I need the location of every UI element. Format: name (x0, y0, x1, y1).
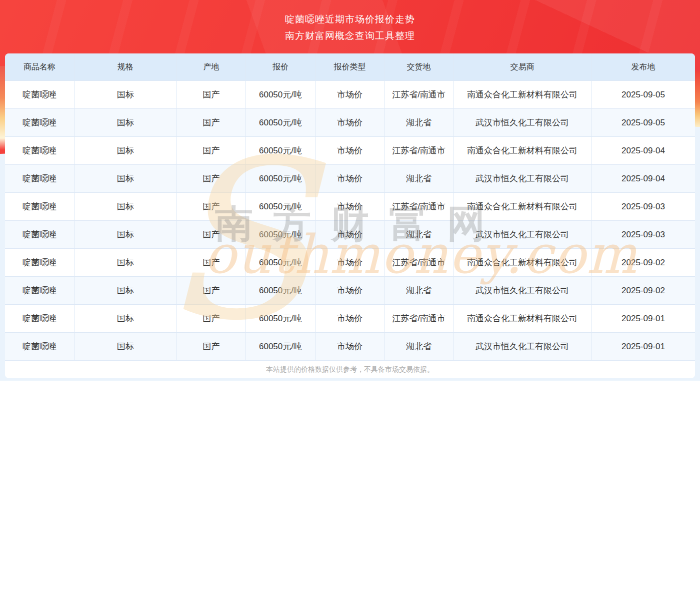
table-cell: 60050元/吨 (246, 277, 315, 304)
table-cell: 南通众合化工新材料有限公司 (453, 193, 591, 220)
table-cell: 2025-09-05 (591, 81, 695, 108)
table-cell: 江苏省/南通市 (384, 193, 453, 220)
table-cell: 市场价 (315, 81, 384, 108)
table-row: 啶菌噁唑国标国产60050元/吨市场价江苏省/南通市南通众合化工新材料有限公司2… (5, 136, 695, 164)
table-cell: 国产 (176, 305, 246, 332)
table-cell: 2025-09-03 (591, 193, 695, 220)
table-cell: 国产 (176, 249, 246, 276)
table-cell: 60050元/吨 (246, 137, 315, 164)
table-cell: 啶菌噁唑 (5, 193, 74, 220)
table-cell: 市场价 (315, 137, 384, 164)
table-cell: 啶菌噁唑 (5, 305, 74, 332)
table-cell: 市场价 (315, 333, 384, 360)
table-cell: 湖北省 (384, 221, 453, 248)
table-cell: 啶菌噁唑 (5, 221, 74, 248)
table-cell: 国产 (176, 137, 246, 164)
table-row: 啶菌噁唑国标国产60050元/吨市场价湖北省武汉市恒久化工有限公司2025-09… (5, 276, 695, 304)
table-cell: 国标 (74, 109, 176, 136)
table-cell: 国标 (74, 277, 176, 304)
page: { "header": { "title": "啶菌噁唑近期市场价报价走势", … (0, 0, 700, 602)
table-cell: 湖北省 (384, 277, 453, 304)
table-cell: 60050元/吨 (246, 221, 315, 248)
table-cell: 国标 (74, 137, 176, 164)
table-body: 啶菌噁唑国标国产60050元/吨市场价江苏省/南通市南通众合化工新材料有限公司2… (5, 80, 695, 360)
table-cell: 国产 (176, 109, 246, 136)
hero-section: 啶菌噁唑近期市场价报价走势 南方财富网概念查询工具整理 商品名称 规格 产地 报… (0, 0, 700, 381)
table-cell: 市场价 (315, 193, 384, 220)
table-cell: 南通众合化工新材料有限公司 (453, 305, 591, 332)
table-cell: 国产 (176, 193, 246, 220)
table-row: 啶菌噁唑国标国产60050元/吨市场价湖北省武汉市恒久化工有限公司2025-09… (5, 164, 695, 192)
table-cell: 湖北省 (384, 165, 453, 192)
table-cell: 60050元/吨 (246, 333, 315, 360)
table-cell: 湖北省 (384, 333, 453, 360)
table-cell: 60050元/吨 (246, 109, 315, 136)
table-header-row: 商品名称 规格 产地 报价 报价类型 交货地 交易商 发布地 (5, 53, 695, 80)
table-cell: 武汉市恒久化工有限公司 (453, 165, 591, 192)
column-header-spec: 规格 (74, 53, 176, 80)
table-row: 啶菌噁唑国标国产60050元/吨市场价湖北省武汉市恒久化工有限公司2025-09… (5, 108, 695, 136)
table-cell: 市场价 (315, 305, 384, 332)
table-cell: 啶菌噁唑 (5, 249, 74, 276)
table-cell: 60050元/吨 (246, 81, 315, 108)
column-header-price-type: 报价类型 (315, 53, 384, 80)
table-cell: 南通众合化工新材料有限公司 (453, 249, 591, 276)
column-header-price: 报价 (246, 53, 315, 80)
table-cell: 国标 (74, 333, 176, 360)
table-cell: 2025-09-04 (591, 137, 695, 164)
column-header-publish-date: 发布地 (591, 53, 695, 80)
table-row: 啶菌噁唑国标国产60050元/吨市场价江苏省/南通市南通众合化工新材料有限公司2… (5, 192, 695, 220)
table-cell: 2025-09-05 (591, 109, 695, 136)
table-cell: 2025-09-02 (591, 249, 695, 276)
table-cell: 国标 (74, 165, 176, 192)
table-cell: 市场价 (315, 249, 384, 276)
table-cell: 2025-09-04 (591, 165, 695, 192)
table-cell: 啶菌噁唑 (5, 137, 74, 164)
table-cell: 2025-09-01 (591, 333, 695, 360)
table-cell: 60050元/吨 (246, 193, 315, 220)
table-cell: 武汉市恒久化工有限公司 (453, 277, 591, 304)
disclaimer-text: 本站提供的价格数据仅供参考，不具备市场交易依据。 (266, 365, 434, 374)
table-cell: 国标 (74, 81, 176, 108)
table-cell: 市场价 (315, 221, 384, 248)
table-cell: 啶菌噁唑 (5, 165, 74, 192)
page-subtitle: 南方财富网概念查询工具整理 (0, 27, 700, 44)
table-cell: 国产 (176, 221, 246, 248)
table-cell: 60050元/吨 (246, 249, 315, 276)
table-cell: 江苏省/南通市 (384, 249, 453, 276)
column-header-product-name: 商品名称 (5, 53, 74, 80)
table-cell: 武汉市恒久化工有限公司 (453, 109, 591, 136)
table-cell: 60050元/吨 (246, 305, 315, 332)
table-cell: 江苏省/南通市 (384, 137, 453, 164)
table-cell: 国标 (74, 305, 176, 332)
table-row: 啶菌噁唑国标国产60050元/吨市场价江苏省/南通市南通众合化工新材料有限公司2… (5, 304, 695, 332)
table-cell: 2025-09-02 (591, 277, 695, 304)
price-table: 商品名称 规格 产地 报价 报价类型 交货地 交易商 发布地 啶菌噁唑国标国产6… (5, 53, 695, 378)
column-header-origin: 产地 (176, 53, 246, 80)
table-cell: 南通众合化工新材料有限公司 (453, 137, 591, 164)
table-cell: 国产 (176, 277, 246, 304)
table-row: 啶菌噁唑国标国产60050元/吨市场价湖北省武汉市恒久化工有限公司2025-09… (5, 332, 695, 360)
table-cell: 湖北省 (384, 109, 453, 136)
table-cell: 江苏省/南通市 (384, 305, 453, 332)
banner-titles: 啶菌噁唑近期市场价报价走势 南方财富网概念查询工具整理 (0, 0, 700, 44)
table-cell: 市场价 (315, 109, 384, 136)
table-cell: 60050元/吨 (246, 165, 315, 192)
table-cell: 啶菌噁唑 (5, 333, 74, 360)
table-row: 啶菌噁唑国标国产60050元/吨市场价江苏省/南通市南通众合化工新材料有限公司2… (5, 248, 695, 276)
table-cell: 啶菌噁唑 (5, 277, 74, 304)
table-cell: 啶菌噁唑 (5, 81, 74, 108)
table-cell: 市场价 (315, 277, 384, 304)
table-cell: 2025-09-01 (591, 305, 695, 332)
table-row: 啶菌噁唑国标国产60050元/吨市场价江苏省/南通市南通众合化工新材料有限公司2… (5, 80, 695, 108)
table-cell: 2025-09-03 (591, 221, 695, 248)
table-row: 啶菌噁唑国标国产60050元/吨市场价湖北省武汉市恒久化工有限公司2025-09… (5, 220, 695, 248)
column-header-trader: 交易商 (453, 53, 591, 80)
table-cell: 啶菌噁唑 (5, 109, 74, 136)
table-cell: 国产 (176, 165, 246, 192)
column-header-delivery-place: 交货地 (384, 53, 453, 80)
table-cell: 南通众合化工新材料有限公司 (453, 81, 591, 108)
page-title: 啶菌噁唑近期市场价报价走势 (0, 11, 700, 27)
table-cell: 江苏省/南通市 (384, 81, 453, 108)
table-cell: 国标 (74, 193, 176, 220)
